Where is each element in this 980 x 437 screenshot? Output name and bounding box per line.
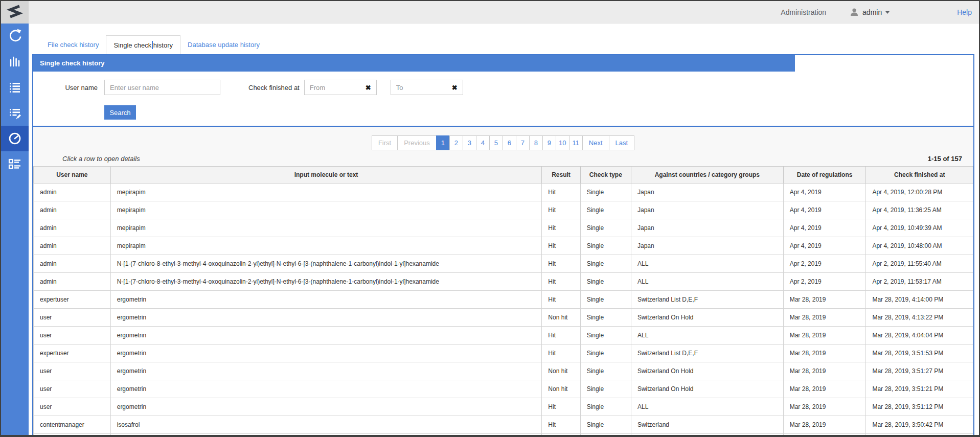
column-header-input-molecule: Input molecule or text <box>110 167 542 183</box>
table-row[interactable]: expertuserergometrinHitSingleSwitzerland… <box>34 291 973 309</box>
cell-date-of-regulations: Mar 28, 2019 <box>783 344 866 362</box>
table-row[interactable]: userergometrinHitSingleALLMar 28, 2019Ma… <box>34 398 973 416</box>
cell-date-of-regulations: Apr 2, 2019 <box>783 273 866 291</box>
table-row[interactable]: adminmepirapimHitSingleJapanApr 4, 2019A… <box>34 219 973 237</box>
cell-user-name: expertuser <box>34 291 111 309</box>
cell-check-type: Single <box>580 380 631 398</box>
sidebar-item-edit-lists[interactable] <box>1 100 29 126</box>
tab-single-check-history[interactable]: Single check history <box>106 35 180 54</box>
page-5-button[interactable]: 5 <box>489 135 503 150</box>
cell-check-finished-at: Apr 4, 2019, 10:49:39 AM <box>866 219 973 237</box>
cell-check-finished-at: Mar 28, 2019, 3:50:42 PM <box>866 416 973 434</box>
search-button[interactable]: Search <box>104 105 136 120</box>
cell-date-of-regulations: Apr 4, 2019 <box>783 183 866 201</box>
table-body: adminmepirapimHitSingleJapanApr 4, 2019A… <box>34 183 973 437</box>
bar-chart-icon <box>7 54 23 70</box>
page-3-button[interactable]: 3 <box>463 135 476 150</box>
column-header-check-type: Check type <box>580 167 631 183</box>
cell-input-molecule: mepirapim <box>110 219 542 237</box>
cell-result: Non hit <box>542 362 580 380</box>
cell-against-countries: Japan <box>631 219 783 237</box>
cell-date-of-regulations: Mar 28, 2019 <box>783 362 866 380</box>
column-header-check-finished-at: Check finished at <box>866 167 973 183</box>
cell-against-countries: Japan <box>631 237 783 255</box>
table-row[interactable]: adminN-[1-(7-chloro-8-ethyl-3-methyl-4-o… <box>34 273 973 291</box>
page-6-button[interactable]: 6 <box>503 135 516 150</box>
cell-check-finished-at: Mar 28, 2019, 4:14:00 PM <box>866 291 973 309</box>
table-row[interactable]: adminN-[1-(7-chloro-8-ethyl-3-methyl-4-o… <box>34 255 973 273</box>
cell-user-name: user <box>34 362 111 380</box>
cell-against-countries: Switzerland List D,E,F <box>631 344 783 362</box>
user-name-label: User name <box>33 84 98 91</box>
page-2-button[interactable]: 2 <box>449 135 463 150</box>
table-row[interactable]: adminmepirapimHitSingleJapanApr 4, 2019A… <box>34 183 973 201</box>
table-row[interactable]: userergometrinNon hitSingleSwitzerland O… <box>34 362 973 380</box>
cell-against-countries: Switzerland On Hold <box>631 362 783 380</box>
cell-check-type: Single <box>580 219 631 237</box>
page-4-button[interactable]: 4 <box>476 135 490 150</box>
list-edit-icon <box>7 105 23 121</box>
clear-from-icon[interactable]: ✖ <box>363 84 376 91</box>
sidebar-item-check-history[interactable] <box>1 126 29 151</box>
tab-file-check-history[interactable]: File check history <box>40 35 106 54</box>
cell-check-type: Single <box>580 237 631 255</box>
hint-row: Click a row to open details 1-15 of 157 <box>33 150 973 166</box>
table-row[interactable]: userergometrinNon hitSingleSwitzerland O… <box>34 309 973 327</box>
cell-check-finished-at: Apr 2, 2019, 11:53:17 AM <box>866 273 973 291</box>
panel-title: Single check history <box>33 55 795 72</box>
cell-user-name: admin <box>34 201 111 219</box>
date-from-input[interactable] <box>305 84 363 91</box>
sidebar-item-refresh[interactable] <box>1 24 29 49</box>
page-next-button[interactable]: Next <box>582 135 609 150</box>
cell-user-name: admin <box>34 273 111 291</box>
cell-input-molecule: isosafrol <box>110 434 542 437</box>
page-8-button[interactable]: 8 <box>529 135 543 150</box>
cell-check-finished-at: Apr 2, 2019, 11:55:40 AM <box>866 255 973 273</box>
detail-list-icon <box>7 156 23 172</box>
table-row[interactable]: adminmepirapimHitSingleJapanApr 4, 2019A… <box>34 237 973 255</box>
sidebar-item-reports[interactable] <box>1 151 29 177</box>
page-10-button[interactable]: 10 <box>556 135 569 150</box>
page-9-button[interactable]: 9 <box>542 135 556 150</box>
cell-user-name: contentmanager <box>34 434 111 437</box>
table-row[interactable]: userergometrinHitSingleALLMar 28, 2019Ma… <box>34 327 973 344</box>
user-menu[interactable]: admin <box>850 8 890 16</box>
check-finished-at-label: Check finished at <box>248 84 300 91</box>
user-name-input[interactable] <box>104 80 220 95</box>
administration-link[interactable]: Administration <box>781 8 826 16</box>
table-row[interactable]: contentmanagerisosafrolHitSingleALLMar 2… <box>34 434 973 437</box>
cell-result: Hit <box>542 255 580 273</box>
cell-result: Non hit <box>542 380 580 398</box>
cell-user-name: expertuser <box>34 344 111 362</box>
cell-against-countries: Japan <box>631 183 783 201</box>
cell-date-of-regulations: Apr 4, 2019 <box>783 219 866 237</box>
logo-icon <box>6 3 24 21</box>
cell-date-of-regulations: Mar 28, 2019 <box>783 416 866 434</box>
cell-against-countries: Switzerland On Hold <box>631 380 783 398</box>
page-1-button[interactable]: 1 <box>436 135 450 150</box>
topbar: Administration admin Help <box>29 1 979 24</box>
column-header-against-countries: Against countries / category groups <box>631 167 783 183</box>
table-row[interactable]: contentmanagerisosafrolHitSingleSwitzerl… <box>34 416 973 434</box>
table-row[interactable]: expertuserergometrinHitSingleSwitzerland… <box>34 344 973 362</box>
table-row[interactable]: adminmepirapimHitSingleJapanApr 4, 2019A… <box>34 201 973 219</box>
sidebar-item-lists[interactable] <box>1 75 29 100</box>
tab-database-update-history[interactable]: Database update history <box>180 35 267 54</box>
help-link[interactable]: Help <box>957 8 972 16</box>
cell-result: Hit <box>542 327 580 344</box>
app-logo[interactable] <box>1 1 29 24</box>
table-row[interactable]: userergometrinNon hitSingleSwitzerland O… <box>34 380 973 398</box>
page-last-button[interactable]: Last <box>609 135 635 150</box>
cell-check-finished-at: Mar 28, 2019, 3:51:53 PM <box>866 344 973 362</box>
sidebar-nav <box>1 24 29 177</box>
hint-text: Click a row to open details <box>62 155 140 163</box>
cell-check-finished-at: Mar 28, 2019, 3:50:30 PM <box>866 434 973 437</box>
cell-against-countries: Japan <box>631 201 783 219</box>
cell-input-molecule: ergometrin <box>110 362 542 380</box>
sidebar-item-statistics[interactable] <box>1 49 29 75</box>
page-11-button[interactable]: 11 <box>569 135 583 150</box>
date-to-input[interactable] <box>391 84 450 91</box>
cell-check-finished-at: Mar 28, 2019, 3:51:12 PM <box>866 398 973 416</box>
page-7-button[interactable]: 7 <box>516 135 530 150</box>
clear-to-icon[interactable]: ✖ <box>450 84 463 91</box>
